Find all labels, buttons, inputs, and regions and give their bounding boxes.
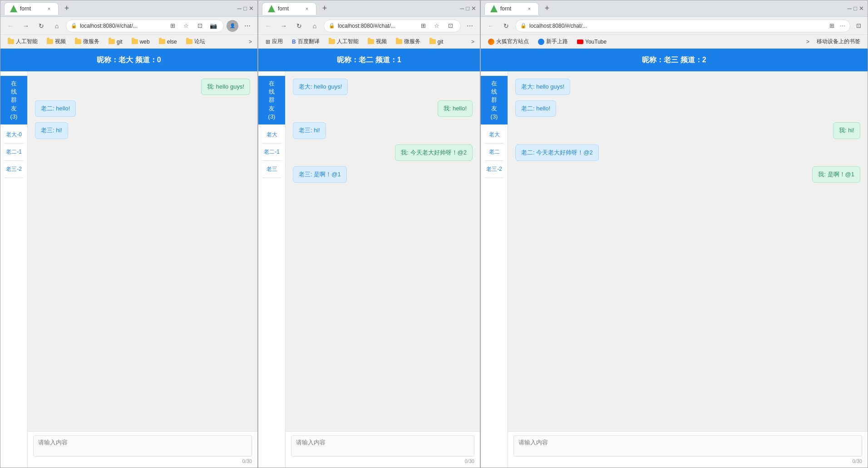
refresh-btn-2[interactable]: ↻ <box>293 20 306 32</box>
divider-1-2 <box>5 178 23 178</box>
new-tab-btn-2[interactable]: + <box>318 2 331 15</box>
avatar-1[interactable]: 👤 <box>227 20 238 32</box>
sidebar-user-1-0[interactable]: 老大-0 <box>0 128 27 141</box>
folder-icon-web-1 <box>132 39 138 44</box>
newuser-icon-3 <box>538 39 544 45</box>
back-btn-3[interactable]: ← <box>484 20 497 32</box>
bookmark-ai-1[interactable]: 人工智能 <box>4 36 41 47</box>
bookmark-newuser-3[interactable]: 新手上路 <box>534 36 572 47</box>
sidebar-user-1-1[interactable]: 老二-1 <box>0 145 27 159</box>
qr-icon-2[interactable]: ⊞ <box>418 20 429 31</box>
more-icon-3[interactable]: ⋯ <box>840 23 845 29</box>
bookmark-youtube-3[interactable]: YouTube <box>573 37 610 46</box>
bookmark-git-2[interactable]: git <box>426 37 447 46</box>
chat-header-2: 昵称：老二 频道：1 <box>258 49 480 71</box>
bookmark-git-1[interactable]: git <box>105 37 126 46</box>
input-counter-3: 0/30 <box>513 458 862 464</box>
screenshot-icon-1[interactable]: 📷 <box>208 20 219 31</box>
star-icon-1[interactable]: ☆ <box>181 20 192 31</box>
bookmarks-bar-3: 火狐官方站点 新手上路 YouTube > 移动设备上的书签 <box>481 35 868 49</box>
chat-input-3[interactable] <box>513 435 862 457</box>
close-btn-3[interactable]: ✕ <box>859 5 864 12</box>
new-tab-btn-1[interactable]: + <box>60 2 73 15</box>
msg-3-4: 我: 是啊！@1 <box>515 166 860 183</box>
bookmark-micro-2[interactable]: 微服务 <box>392 36 424 47</box>
sidebar-user-1-2[interactable]: 老三-2 <box>0 163 27 176</box>
tab-favicon-2 <box>268 5 275 12</box>
maximize-btn-1[interactable]: □ <box>243 5 247 12</box>
bookmark-micro-1[interactable]: 微服务 <box>71 36 103 47</box>
msg-3-3: 老二: 今天老大好帅呀！@2 <box>515 144 860 161</box>
minimize-btn-1[interactable]: ─ <box>237 5 242 12</box>
tab-close-3[interactable]: × <box>526 5 533 12</box>
bookmark-else-1[interactable]: else <box>155 37 181 46</box>
bookmark-ai-2[interactable]: 人工智能 <box>325 36 362 47</box>
tab-3[interactable]: fornt × <box>484 2 539 15</box>
star-icon-2[interactable]: ☆ <box>431 20 442 31</box>
close-btn-1[interactable]: ✕ <box>249 5 254 12</box>
folder-icon-micro-2 <box>396 39 402 44</box>
menu-btn-2[interactable]: ⋯ <box>464 20 476 32</box>
maximize-btn-3[interactable]: □ <box>853 5 857 12</box>
sidebar-user-3-2[interactable]: 老三-2 <box>481 163 508 176</box>
ext-icon-3[interactable]: ⊡ <box>853 20 864 31</box>
chat-main-3: 老大: hello guys! 老二: hello! 我: hi! <box>508 71 868 468</box>
folder-icon-forum-1 <box>186 39 192 44</box>
tab-1[interactable]: fornt × <box>4 2 59 15</box>
home-btn-1[interactable]: ⌂ <box>50 20 63 32</box>
ext-icon-1[interactable]: ⊡ <box>194 20 205 31</box>
ext-icon-2[interactable]: ⊡ <box>445 20 456 31</box>
toolbar-1: ← → ↻ ⌂ 🔒 localhost:8080/#/chat/... ⊞ ☆ … <box>0 17 257 35</box>
back-btn-2[interactable]: ← <box>262 20 275 32</box>
close-btn-2[interactable]: ✕ <box>471 5 476 12</box>
sidebar-user-2-2[interactable]: 老三 <box>258 163 285 176</box>
chat-main-2: 老大: hello guys! 我: hello! 老三: hi! <box>286 71 480 468</box>
maximize-btn-2[interactable]: □ <box>466 5 469 12</box>
new-tab-btn-3[interactable]: + <box>541 2 553 15</box>
address-bar-2[interactable]: 🔒 localhost:8080/#/chat/... ⊞ ☆ ⊡ <box>324 20 461 32</box>
forward-btn-2[interactable]: → <box>277 20 290 32</box>
tab-close-1[interactable]: × <box>45 5 53 12</box>
sidebar-user-2-0[interactable]: 老大 <box>258 128 285 141</box>
bookmark-video-2[interactable]: 视频 <box>364 36 390 47</box>
title-bar-2: fornt × + ─ □ ✕ <box>258 0 480 17</box>
msg-1-1: 老二: hello! <box>35 100 250 117</box>
bookmark-baidu-2[interactable]: B 百度翻译 <box>288 36 323 47</box>
forward-btn-1[interactable]: → <box>20 20 32 32</box>
address-bar-3[interactable]: 🔒 localhost:8080/#/chat/... ⊞ ⋯ <box>515 20 850 32</box>
bookmark-apps-2[interactable]: ⊞ 应用 <box>262 36 286 47</box>
tab-2[interactable]: fornt × <box>262 2 316 15</box>
minimize-btn-3[interactable]: ─ <box>848 5 852 12</box>
folder-icon-git-2 <box>429 39 436 44</box>
sidebar-user-3-0[interactable]: 老大 <box>481 128 508 141</box>
sidebar-online-1: 在线群友(3) <box>0 76 27 124</box>
bookmark-video-1[interactable]: 视频 <box>43 36 69 47</box>
sidebar-user-2-1[interactable]: 老二-1 <box>258 145 285 159</box>
chat-app-1: 昵称：老大 频道：0 在线群友(3) 老大-0 老二-1 老三-2 <box>0 49 257 468</box>
address-bar-1[interactable]: 🔒 localhost:8080/#/chat/... ⊞ ☆ ⊡ 📷 <box>66 20 224 32</box>
bookmarks-more-2[interactable]: > <box>469 38 476 46</box>
star-icon-3[interactable]: ⊞ <box>826 20 837 31</box>
home-btn-2[interactable]: ⌂ <box>308 20 321 32</box>
messages-area-1: 我: hello guys! 老二: hello! 老三: hi! <box>28 71 257 431</box>
bookmarks-more-1[interactable]: > <box>247 38 254 46</box>
bookmark-forum-1[interactable]: 论坛 <box>182 36 209 47</box>
back-btn-1[interactable]: ← <box>4 20 17 32</box>
bookmarks-more-3[interactable]: > <box>804 38 811 46</box>
qr-icon-1[interactable]: ⊞ <box>167 20 178 31</box>
refresh-btn-3[interactable]: ↻ <box>500 20 513 32</box>
bookmark-web-1[interactable]: web <box>128 37 153 46</box>
tab-close-2[interactable]: × <box>303 5 311 12</box>
bookmark-firefox-3[interactable]: 火狐官方站点 <box>484 36 533 47</box>
msg-3-1: 老二: hello! <box>515 100 860 117</box>
chat-input-2[interactable] <box>291 435 474 457</box>
msg-2-1: 我: hello! <box>293 100 473 117</box>
minimize-btn-2[interactable]: ─ <box>460 5 464 12</box>
menu-btn-1[interactable]: ⋯ <box>241 20 254 32</box>
chat-input-1[interactable] <box>33 435 252 457</box>
firefox-icon-3 <box>488 39 494 45</box>
sidebar-user-3-1[interactable]: 老二 <box>481 145 508 159</box>
bookmark-mobile-3[interactable]: 移动设备上的书签 <box>813 36 864 47</box>
refresh-btn-1[interactable]: ↻ <box>35 20 48 32</box>
input-counter-1: 0/30 <box>33 458 252 464</box>
